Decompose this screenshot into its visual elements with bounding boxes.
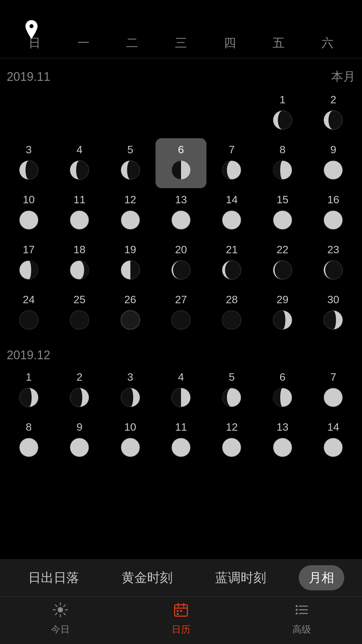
svg-point-12 (172, 211, 190, 229)
svg-point-64 (296, 609, 298, 611)
day-cell[interactable]: 10 (105, 416, 156, 466)
weekday-label: 三 (157, 35, 205, 51)
day-cell[interactable]: 14 (206, 188, 257, 238)
day-number: 22 (277, 244, 289, 256)
day-cell[interactable]: 22 (257, 238, 308, 288)
day-cell[interactable]: 5 (105, 138, 156, 188)
nav-item-日历[interactable]: 日历 (172, 602, 190, 636)
day-cell[interactable]: 23 (308, 238, 359, 288)
moon-phase (322, 209, 345, 231)
day-cell[interactable]: 2 (54, 366, 105, 416)
day-cell[interactable]: 26 (105, 288, 156, 338)
day-cell[interactable]: 12 (105, 188, 156, 238)
day-cell[interactable]: 3 (3, 138, 54, 188)
empty-cell (54, 88, 105, 138)
day-cell[interactable]: 4 (156, 366, 206, 416)
day-number: 23 (327, 244, 339, 256)
moon-phase (322, 109, 345, 131)
moon-phase (68, 436, 91, 459)
day-cell[interactable]: 11 (156, 416, 206, 466)
day-cell[interactable]: 3 (105, 366, 156, 416)
svg-point-41 (222, 438, 241, 457)
day-cell[interactable]: 21 (206, 238, 257, 288)
day-cell[interactable]: 6 (257, 366, 308, 416)
moon-phase (170, 386, 192, 409)
moon-phase (170, 159, 192, 181)
svg-point-40 (172, 438, 190, 457)
day-number: 11 (175, 421, 187, 433)
moon-phase (17, 309, 40, 331)
day-number: 19 (124, 244, 136, 256)
day-number: 14 (327, 421, 339, 433)
mode-tab-1[interactable]: 黄金时刻 (112, 565, 183, 590)
moon-phase (68, 386, 91, 409)
day-cell[interactable]: 2 (308, 88, 359, 138)
mode-tab-0[interactable]: 日出日落 (18, 565, 89, 590)
day-cell[interactable]: 4 (54, 138, 105, 188)
mode-tab-2[interactable]: 蓝调时刻 (205, 565, 276, 590)
moon-phase (322, 436, 345, 459)
day-number: 12 (124, 194, 136, 206)
day-number: 26 (124, 293, 136, 306)
moon-phase (271, 209, 294, 231)
weekday-row: 日一二三四五六 (0, 28, 362, 58)
day-number: 7 (229, 144, 235, 156)
day-cell[interactable]: 9 (54, 416, 105, 466)
day-cell[interactable]: 7 (206, 138, 257, 188)
day-cell[interactable]: 14 (308, 416, 359, 466)
day-number: 11 (73, 194, 85, 206)
weekday-label: 六 (303, 35, 352, 51)
day-cell[interactable]: 13 (156, 188, 206, 238)
empty-cell (105, 88, 156, 138)
day-cell[interactable]: 29 (257, 288, 308, 338)
day-cell[interactable]: 19 (105, 238, 156, 288)
day-cell[interactable]: 16 (308, 188, 359, 238)
moon-phase (119, 436, 142, 459)
day-cell[interactable]: 10 (3, 188, 54, 238)
day-cell[interactable]: 15 (257, 188, 308, 238)
day-cell[interactable]: 27 (156, 288, 206, 338)
moon-phase (68, 209, 91, 231)
moon-phase (119, 209, 142, 231)
day-number: 8 (26, 421, 32, 433)
day-cell[interactable]: 5 (206, 366, 257, 416)
day-cell[interactable]: 6 (156, 138, 206, 188)
day-cell[interactable]: 8 (257, 138, 308, 188)
day-cell[interactable]: 12 (206, 416, 257, 466)
nav-item-高级[interactable]: 高级 (292, 602, 311, 636)
svg-point-26 (172, 311, 190, 329)
day-number: 14 (226, 194, 238, 206)
svg-line-52 (56, 613, 57, 615)
month-header: 2019.11本月 (0, 58, 362, 88)
day-number: 6 (280, 371, 286, 383)
day-number: 27 (175, 293, 187, 306)
moon-phase (17, 159, 40, 181)
day-cell[interactable]: 1 (257, 88, 308, 138)
day-cell[interactable]: 20 (156, 238, 206, 288)
day-cell[interactable]: 30 (308, 288, 359, 338)
mode-tab-3[interactable]: 月相 (299, 565, 344, 590)
svg-point-38 (70, 438, 89, 457)
day-number: 3 (127, 371, 133, 383)
day-cell[interactable]: 11 (54, 188, 105, 238)
day-cell[interactable]: 28 (206, 288, 257, 338)
day-number: 28 (226, 293, 238, 306)
nav-item-今日[interactable]: 今日 (51, 602, 70, 636)
svg-line-50 (64, 613, 65, 615)
day-cell[interactable]: 8 (3, 416, 54, 466)
day-number: 10 (23, 194, 35, 206)
moon-phase (220, 436, 243, 459)
day-cell[interactable]: 9 (308, 138, 359, 188)
day-cell[interactable]: 7 (308, 366, 359, 416)
day-cell[interactable]: 24 (3, 288, 54, 338)
moon-phase (170, 259, 192, 281)
day-cell[interactable]: 13 (257, 416, 308, 466)
day-cell[interactable]: 18 (54, 238, 105, 288)
svg-rect-57 (177, 610, 179, 612)
month-label: 2019.11 (7, 70, 50, 84)
moon-phase (271, 386, 294, 409)
day-cell[interactable]: 1 (3, 366, 54, 416)
day-cell[interactable]: 17 (3, 238, 54, 288)
day-number: 4 (178, 371, 184, 383)
day-cell[interactable]: 25 (54, 288, 105, 338)
